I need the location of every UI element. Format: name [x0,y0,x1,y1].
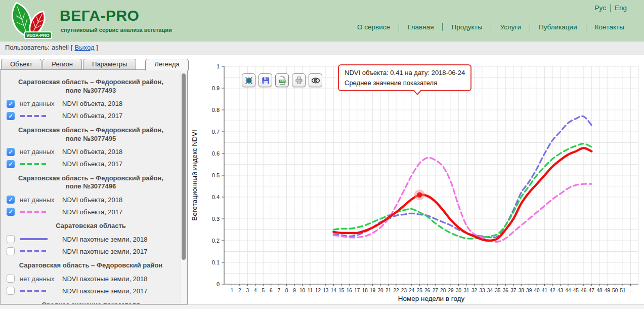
legend-sample-slot [20,114,60,118]
legend-row: NDVI пахотные земли, 2017 [7,247,179,255]
svg-text:CSV: CSV [280,80,285,83]
legend-checkbox[interactable] [7,148,15,156]
sidebar-scrollbar[interactable] [181,70,187,303]
export-csv-button[interactable]: CSV [275,73,289,87]
sidebar-tab-3[interactable]: Легенда [145,59,188,70]
series-line-3 [333,148,591,241]
y-tick-label: 0.9 [212,85,220,91]
x-tick-label: 30 [456,288,462,293]
chart-series [333,116,591,242]
csv-icon: CSV [278,76,287,85]
series-line-1 [333,144,591,239]
x-tick-label: 13 [323,288,329,293]
legend-panel: Саратовская область – Федоровский район,… [0,69,188,304]
legend-sample-slot [20,289,60,293]
legend-item-label: NDVI пахотные земли, 2018 [62,275,148,283]
x-tick-label: 32 [471,288,478,293]
x-tick-label: 22 [393,288,399,293]
language-switcher: РусEng [591,4,631,12]
sidebar: ОбъектРегионПараметрыЛегенда Саратовская… [0,55,189,304]
sidebar-tab-1[interactable]: Регион [42,59,82,69]
x-tick-label: 2 [238,288,241,293]
legend-checkbox[interactable] [7,112,15,120]
nav-item-1[interactable]: Главная [399,23,442,31]
y-tick-label: 0.2 [212,238,220,244]
legend-group: Среднее значение показателяNDVI объектаС… [3,301,179,304]
nav-item-4[interactable]: Публикации [530,23,586,31]
legend-line-sample [20,249,48,253]
x-tick-label: 49 [605,288,611,293]
legend-checkbox[interactable] [7,247,15,255]
tooltip-line2: Среднее значение показателя [345,78,465,88]
logout-link[interactable]: Выход [75,44,95,51]
x-tick-label: 43 [557,288,564,293]
user-label: Пользователь: [5,44,50,51]
lang-rus[interactable]: Рус [591,4,610,12]
nav-item-3[interactable]: Услуги [491,23,530,31]
legend-checkbox[interactable] [7,275,15,283]
x-tick-label: 23 [401,288,407,293]
x-tick-label: 42 [549,288,555,293]
y-tick-label: 0.1 [212,259,220,265]
fit-view-button[interactable] [242,73,255,87]
x-tick-label: 19 [370,288,376,293]
series-line-0 [333,116,591,238]
x-tick-label: 10 [299,288,306,293]
x-tick-label: 51 [620,288,626,293]
legend-checkbox[interactable] [7,208,15,216]
highlight-point [417,192,422,198]
tooltip-line1: NDVI объекта: 0.41 на дату: 2018-06-24 [345,68,465,78]
x-tick-label: 21 [385,288,392,293]
legend-group: Саратовская область – Федоровский районн… [3,261,179,295]
nav-item-2[interactable]: Продукты [442,23,491,31]
legend-group: Саратовская область – Федоровский район,… [3,78,179,120]
x-tick-label: 41 [542,288,548,293]
y-tick-label: 0.5 [212,172,220,178]
save-button[interactable] [259,73,272,87]
sidebar-tab-0[interactable]: Объект [1,59,41,69]
legend-row: нет данныхNDVI пахотные земли, 2018 [7,275,179,283]
legend-item-label: NDVI объекта, 2018 [62,196,122,204]
x-tick-label: 5 [262,288,265,293]
nav-item-0[interactable]: О сервисе [349,23,399,31]
legend-checkbox[interactable] [7,235,15,243]
legend-group-title: Саратовская область – Федоровский район,… [16,126,166,143]
legend-group-title: Среднее значение показателя [16,301,166,304]
x-tick-label: 45 [573,288,579,293]
x-tick-label: 18 [362,288,368,293]
x-tick-label: 50 [612,288,618,293]
x-tick-label: 48 [596,288,603,293]
page-subtitle: спутниковый сервис анализа вегетации [61,27,172,33]
x-tick-label: 37 [510,288,517,293]
legend-checkbox[interactable] [7,100,15,108]
legend-row: нет данныхNDVI объекта, 2018 [7,100,179,108]
legend-sample-slot: нет данных [20,275,60,283]
print-button[interactable] [292,73,306,87]
scrollbar-thumb[interactable] [182,73,186,260]
save-icon [261,76,270,85]
legend-sample-slot [20,237,60,241]
x-tick-label: 12 [315,288,321,293]
legend-checkbox[interactable] [7,287,15,295]
x-tick-label: 44 [565,288,571,293]
x-tick-label: 40 [534,288,540,293]
sidebar-tab-2[interactable]: Параметры [83,59,136,69]
lang-eng[interactable]: Eng [610,4,631,12]
toggle-visibility-button[interactable] [309,73,322,87]
legend-checkbox[interactable] [7,160,15,168]
legend-item-label: NDVI объекта, 2017 [62,208,122,216]
legend-item-label: NDVI пахотные земли, 2018 [62,236,148,243]
legend-group: Саратовская область – Федоровский район,… [3,174,179,216]
legend-sample-slot: нет данных [20,100,60,107]
y-tick-label: 0.3 [212,216,220,222]
legend-line-sample [20,162,48,166]
legend-checkbox[interactable] [7,196,15,204]
x-tick-label: 39 [526,288,532,293]
x-tick-label: 11 [308,288,313,293]
nav-item-5[interactable]: Контакты [586,23,633,31]
y-axis-title: Вегетационный индекс NDVI [191,130,198,221]
chart-area: 00.10.20.30.40.50.60.70.80.9112345678910… [189,55,644,304]
legend-sample-slot [20,162,60,166]
no-data-label: нет данных [20,196,55,204]
legend-line-sample [20,237,48,241]
